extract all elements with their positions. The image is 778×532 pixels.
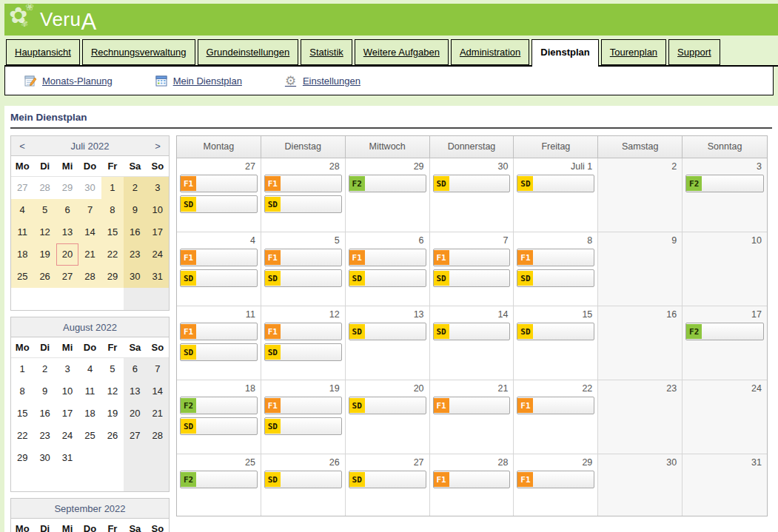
shift-entry[interactable]: SD xyxy=(180,195,258,213)
shift-entry[interactable]: F1 xyxy=(433,471,511,488)
mini-day-cell[interactable]: 8 xyxy=(11,380,33,403)
shift-entry[interactable]: SD xyxy=(264,471,342,488)
mini-day-cell[interactable]: 2 xyxy=(33,358,56,380)
mini-day-cell[interactable]: 1 xyxy=(11,358,33,380)
mini-day-cell[interactable]: 26 xyxy=(33,266,56,288)
mini-day-cell[interactable]: 6 xyxy=(56,199,78,221)
mini-day-cell[interactable]: 18 xyxy=(11,243,33,266)
mini-day-cell[interactable]: 13 xyxy=(56,221,78,243)
shift-entry[interactable]: F2 xyxy=(685,323,764,340)
mini-day-cell[interactable]: 14 xyxy=(147,380,169,403)
mini-day-cell[interactable]: 10 xyxy=(56,380,78,403)
shift-entry[interactable]: SD xyxy=(180,269,258,287)
toolbar-item-monats-planung[interactable]: Monats-Planung xyxy=(24,75,113,87)
mini-day-cell[interactable]: 1 xyxy=(101,177,124,199)
mini-day-cell[interactable]: 23 xyxy=(124,243,146,266)
mini-day-cell[interactable]: 26 xyxy=(101,425,124,447)
mini-day-cell[interactable]: 17 xyxy=(56,403,78,425)
mini-day-cell[interactable]: 27 xyxy=(56,266,78,288)
shift-entry[interactable]: F2 xyxy=(180,471,258,488)
toolbar-item-einstellungen[interactable]: ⚙ Einstellungen xyxy=(285,75,361,87)
tab-statistik[interactable]: Statistik xyxy=(301,39,352,65)
mini-day-cell[interactable]: 29 xyxy=(101,266,124,288)
mini-day-cell[interactable]: 27 xyxy=(124,425,146,447)
tab-hauptansicht[interactable]: Hauptansicht xyxy=(6,39,80,65)
mini-day-cell[interactable]: 5 xyxy=(33,199,56,221)
shift-entry[interactable]: F1 xyxy=(517,397,594,414)
shift-entry[interactable]: F1 xyxy=(433,397,511,414)
mini-day-cell[interactable]: 31 xyxy=(56,447,78,469)
mini-day-cell[interactable]: 10 xyxy=(147,199,169,221)
mini-day-cell[interactable]: 30 xyxy=(124,266,146,288)
mini-day-cell[interactable]: 19 xyxy=(101,403,124,425)
tab-administration[interactable]: Administration xyxy=(451,39,529,65)
mini-day-cell-selected[interactable]: 20 xyxy=(56,243,78,266)
shift-entry[interactable]: F1 xyxy=(180,323,258,340)
shift-entry[interactable]: F1 xyxy=(264,175,342,192)
mini-day-cell[interactable]: 6 xyxy=(124,358,146,380)
mini-day-cell[interactable]: 15 xyxy=(101,221,124,243)
shift-entry[interactable]: F1 xyxy=(180,249,258,266)
mini-day-cell[interactable]: 28 xyxy=(33,177,56,199)
mini-day-cell[interactable]: 25 xyxy=(11,266,33,288)
shift-entry[interactable]: F1 xyxy=(264,249,342,266)
shift-entry[interactable]: F1 xyxy=(517,249,594,266)
mini-day-cell[interactable]: 29 xyxy=(11,447,33,469)
next-month-button[interactable]: > xyxy=(147,141,169,152)
mini-day-cell[interactable]: 5 xyxy=(101,358,124,380)
tab-weitere-aufgaben[interactable]: Weitere Aufgaben xyxy=(355,39,449,65)
tab-support[interactable]: Support xyxy=(668,39,720,65)
shift-entry[interactable]: F2 xyxy=(685,175,764,192)
shift-entry[interactable]: SD xyxy=(433,269,511,287)
mini-day-cell[interactable]: 25 xyxy=(78,425,101,447)
tab-dienstplan[interactable]: Dienstplan xyxy=(531,39,598,67)
shift-entry[interactable]: F2 xyxy=(180,397,258,414)
shift-entry[interactable]: F1 xyxy=(264,323,342,340)
shift-entry[interactable]: SD xyxy=(180,343,258,361)
mini-day-cell[interactable]: 23 xyxy=(33,425,56,447)
shift-entry[interactable]: SD xyxy=(264,343,342,361)
mini-day-cell[interactable]: 29 xyxy=(56,177,78,199)
mini-day-cell[interactable]: 18 xyxy=(78,403,101,425)
mini-day-cell[interactable]: 7 xyxy=(147,358,169,380)
mini-day-cell[interactable]: 20 xyxy=(124,403,146,425)
shift-entry[interactable]: SD xyxy=(433,175,511,192)
shift-entry[interactable]: SD xyxy=(349,323,426,340)
mini-day-cell[interactable]: 11 xyxy=(11,221,33,243)
mini-day-cell[interactable]: 27 xyxy=(11,177,33,199)
mini-day-cell[interactable]: 9 xyxy=(33,380,56,403)
mini-day-cell[interactable]: 9 xyxy=(124,199,146,221)
shift-entry[interactable]: SD xyxy=(349,471,426,488)
shift-entry[interactable]: SD xyxy=(264,195,342,213)
mini-day-cell[interactable]: 7 xyxy=(78,199,101,221)
toolbar-item-mein-dienstplan[interactable]: Mein Dienstplan xyxy=(155,75,242,87)
shift-entry[interactable]: F1 xyxy=(349,249,426,266)
shift-entry[interactable]: SD xyxy=(517,175,594,192)
mini-day-cell[interactable]: 28 xyxy=(147,425,169,447)
mini-day-cell[interactable]: 3 xyxy=(147,177,169,199)
mini-day-cell[interactable]: 21 xyxy=(78,243,101,266)
mini-day-cell[interactable]: 3 xyxy=(56,358,78,380)
mini-day-cell[interactable]: 30 xyxy=(33,447,56,469)
mini-day-cell[interactable]: 24 xyxy=(147,243,169,266)
shift-entry[interactable]: SD xyxy=(517,323,594,340)
shift-entry[interactable]: SD xyxy=(180,417,258,435)
mini-day-cell[interactable]: 13 xyxy=(124,380,146,403)
mini-day-cell[interactable]: 28 xyxy=(78,266,101,288)
mini-day-cell[interactable]: 4 xyxy=(11,199,33,221)
shift-entry[interactable]: SD xyxy=(264,269,342,287)
mini-day-cell[interactable]: 8 xyxy=(101,199,124,221)
mini-day-cell[interactable]: 11 xyxy=(78,380,101,403)
shift-entry[interactable]: F1 xyxy=(517,471,594,488)
mini-day-cell[interactable]: 30 xyxy=(78,177,101,199)
tab-tourenplan[interactable]: Tourenplan xyxy=(601,39,666,65)
mini-day-cell[interactable]: 21 xyxy=(147,403,169,425)
shift-entry[interactable]: F1 xyxy=(433,249,511,266)
mini-day-cell[interactable]: 15 xyxy=(11,403,33,425)
shift-entry[interactable]: F1 xyxy=(180,175,258,192)
mini-day-cell[interactable]: 17 xyxy=(147,221,169,243)
shift-entry[interactable]: SD xyxy=(433,323,511,340)
shift-entry[interactable]: F1 xyxy=(264,397,342,414)
mini-day-cell[interactable]: 19 xyxy=(33,243,56,266)
mini-day-cell[interactable]: 2 xyxy=(124,177,146,199)
